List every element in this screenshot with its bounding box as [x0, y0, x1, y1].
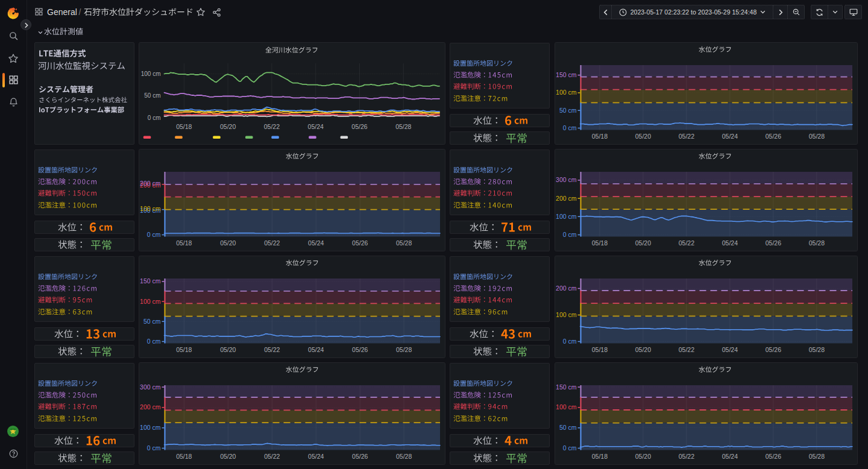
svg-text:05/22: 05/22 [264, 453, 280, 460]
svg-text:05/24: 05/24 [722, 239, 738, 247]
svg-text:05/28: 05/28 [396, 346, 412, 353]
svg-text:150 cm: 150 cm [556, 383, 577, 391]
svg-text:05/24: 05/24 [722, 346, 738, 353]
svg-text:150 cm: 150 cm [140, 277, 161, 285]
svg-text:0 cm: 0 cm [147, 231, 161, 238]
svg-text:100 cm: 100 cm [141, 71, 161, 77]
svg-text:50 cm: 50 cm [559, 424, 577, 431]
svg-text:300 cm: 300 cm [556, 176, 577, 183]
svg-text:05/22: 05/22 [679, 346, 694, 353]
svg-text:05/20: 05/20 [635, 133, 651, 140]
svg-text:05/24: 05/24 [722, 453, 738, 460]
svg-text:05/26: 05/26 [352, 239, 368, 247]
svg-text:05/18: 05/18 [176, 123, 192, 130]
svg-text:05/20: 05/20 [635, 239, 651, 247]
svg-text:50 cm: 50 cm [559, 107, 577, 114]
svg-text:05/18: 05/18 [176, 453, 192, 460]
svg-text:05/22: 05/22 [679, 133, 694, 140]
svg-text:05/24: 05/24 [308, 239, 324, 247]
svg-text:05/22: 05/22 [264, 346, 280, 353]
svg-text:05/26: 05/26 [766, 453, 781, 460]
svg-text:05/18: 05/18 [592, 453, 608, 460]
svg-text:05/22: 05/22 [264, 123, 280, 130]
svg-text:0 cm: 0 cm [563, 338, 577, 345]
svg-text:05/18: 05/18 [592, 346, 608, 353]
svg-text:200 cm: 200 cm [556, 195, 577, 202]
svg-text:200 cm: 200 cm [140, 180, 161, 187]
svg-text:150 cm: 150 cm [556, 71, 577, 78]
svg-text:05/24: 05/24 [308, 123, 324, 130]
svg-text:05/26: 05/26 [352, 453, 368, 460]
svg-text:05/24: 05/24 [308, 346, 324, 353]
svg-text:300 cm: 300 cm [140, 383, 161, 391]
svg-text:05/26: 05/26 [766, 346, 781, 353]
svg-text:05/28: 05/28 [809, 133, 825, 140]
svg-text:05/22: 05/22 [264, 239, 280, 247]
svg-text:05/18: 05/18 [592, 239, 608, 247]
svg-text:50 cm: 50 cm [143, 318, 161, 325]
svg-text:05/28: 05/28 [809, 239, 825, 247]
svg-text:0 cm: 0 cm [147, 338, 161, 345]
svg-text:05/28: 05/28 [809, 453, 825, 460]
svg-text:100 cm: 100 cm [556, 213, 577, 220]
svg-text:100 cm: 100 cm [140, 424, 161, 431]
svg-text:05/20: 05/20 [220, 453, 236, 460]
svg-text:0 cm: 0 cm [563, 231, 577, 238]
svg-text:05/28: 05/28 [809, 346, 825, 353]
svg-text:05/20: 05/20 [220, 123, 236, 130]
svg-text:100 cm: 100 cm [556, 89, 577, 96]
svg-text:05/20: 05/20 [220, 346, 236, 353]
svg-text:0 cm: 0 cm [147, 444, 161, 452]
svg-text:05/22: 05/22 [679, 453, 694, 460]
svg-text:05/26: 05/26 [352, 346, 368, 353]
svg-text:05/24: 05/24 [722, 133, 738, 140]
svg-text:50 cm: 50 cm [144, 92, 160, 99]
svg-text:100 cm: 100 cm [556, 403, 577, 411]
svg-text:05/18: 05/18 [592, 133, 608, 140]
svg-text:05/24: 05/24 [308, 453, 324, 460]
svg-text:0 cm: 0 cm [148, 115, 161, 121]
svg-text:05/28: 05/28 [396, 453, 412, 460]
svg-text:05/26: 05/26 [766, 133, 781, 140]
svg-text:05/20: 05/20 [635, 453, 651, 460]
svg-text:0 cm: 0 cm [563, 124, 577, 131]
svg-text:05/26: 05/26 [351, 123, 367, 130]
svg-text:05/28: 05/28 [395, 123, 411, 130]
svg-text:0 cm: 0 cm [563, 444, 577, 452]
svg-text:05/26: 05/26 [766, 239, 781, 247]
svg-text:200 cm: 200 cm [556, 285, 577, 292]
svg-text:100 cm: 100 cm [556, 311, 577, 318]
svg-text:05/20: 05/20 [635, 346, 651, 353]
svg-text:05/18: 05/18 [176, 239, 192, 247]
svg-text:05/22: 05/22 [679, 239, 694, 247]
svg-text:200 cm: 200 cm [140, 403, 161, 411]
svg-text:100 cm: 100 cm [140, 298, 161, 305]
svg-text:100 cm: 100 cm [140, 205, 161, 212]
svg-text:05/28: 05/28 [396, 239, 412, 247]
svg-text:05/18: 05/18 [176, 346, 192, 353]
svg-text:05/20: 05/20 [220, 239, 236, 247]
